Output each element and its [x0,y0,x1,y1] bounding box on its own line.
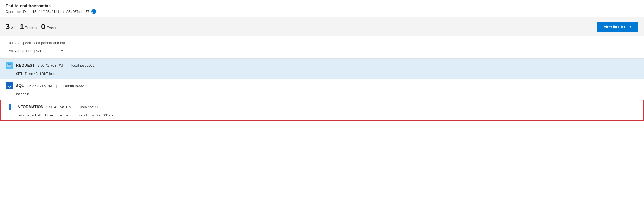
item-type: SQL [16,83,24,88]
events-count-label: Events [47,26,58,30]
filter-select-wrapper: All [Component | Call] [6,47,66,55]
traces-count-group: 1 Traces [20,22,37,31]
info-icon [6,103,14,111]
filter-label: Filter to a specific component and call [6,41,638,45]
item-icon-wrapper: SQL [6,82,13,89]
transaction-item[interactable]: SQL SQL 2:50:42.715 PM | localhost:5002 … [0,79,644,99]
item-icon-wrapper [6,61,13,69]
counts-bar: 3 All 1 Traces 0 Events View timeline [0,17,644,36]
all-count-number: 3 [6,22,10,31]
transaction-item[interactable]: REQUEST 2:50:42.708 PM | localhost:5002 … [0,58,644,79]
op-label: Operation ID: [6,10,27,14]
item-host: localhost:5002 [61,84,84,88]
chevron-down-icon [629,26,632,28]
traces-count-label: Traces [25,26,37,30]
view-timeline-button[interactable]: View timeline [597,22,638,32]
item-header: INFORMATION 2:50:42.745 PM | localhost:5… [1,100,643,113]
transactions-list: REQUEST 2:50:42.708 PM | localhost:5002 … [0,58,644,121]
item-body: master [0,92,644,99]
item-type: REQUEST [16,63,35,67]
item-separator: | [56,84,57,88]
item-icon-wrapper [6,103,14,111]
svg-rect-7 [8,66,9,66]
item-time: 2:50:42.708 PM [38,63,63,67]
traces-count-number: 1 [20,22,24,31]
item-separator: | [66,63,67,67]
svg-rect-5 [8,64,11,65]
sql-icon: SQL [6,82,13,89]
svg-rect-3 [95,10,95,13]
events-count-number: 0 [41,22,46,31]
item-time: 2:50:42.715 PM [27,84,52,88]
svg-rect-6 [8,65,10,66]
chart-icon [91,9,97,14]
all-count-group: 3 All [6,22,15,31]
request-icon [6,62,13,69]
item-header: REQUEST 2:50:42.708 PM | localhost:5002 [0,59,644,71]
page-title: End-to-end transaction [6,3,638,8]
item-header: SQL SQL 2:50:42.715 PM | localhost:5002 [0,79,644,92]
counts-left: 3 All 1 Traces 0 Events [6,22,58,31]
operation-id-row: Operation ID: eb15e44f435a8141aedf85a067… [6,9,638,14]
item-body: Retrieved db time: delta to local is 29.… [1,113,643,120]
header: End-to-end transaction Operation ID: eb1… [0,0,644,17]
filter-section: Filter to a specific component and call … [0,36,644,58]
item-body: GET Time/GetDbTime [0,71,644,79]
op-id-value: eb15e44f435a8141aedf85a067ddfb57 [28,10,89,14]
svg-rect-1 [92,12,93,13]
svg-rect-2 [94,11,94,13]
events-count-group: 0 Events [41,22,58,31]
item-host: localhost:5002 [80,105,103,109]
transaction-item[interactable]: INFORMATION 2:50:42.745 PM | localhost:5… [0,100,644,121]
svg-text:SQL: SQL [7,85,12,88]
item-type: INFORMATION [17,105,44,109]
item-separator: | [76,105,76,109]
item-time: 2:50:42.745 PM [46,105,72,109]
item-host: localhost:5002 [71,63,95,67]
filter-select[interactable]: All [Component | Call] [6,47,66,55]
view-timeline-label: View timeline [604,25,626,29]
all-count-label: All [11,26,15,30]
